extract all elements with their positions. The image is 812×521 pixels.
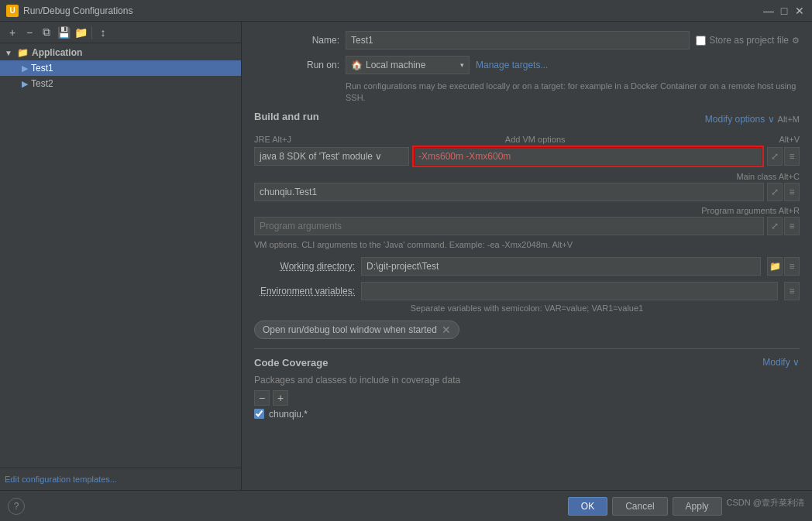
modify-options-link[interactable]: Modify options ∨ xyxy=(705,114,775,125)
manage-targets-link[interactable]: Manage targets... xyxy=(476,60,548,70)
config-tree: ▼ 📁 Application ▶ Test1 ▶ Test2 xyxy=(0,43,241,468)
sort-config-button[interactable]: ↕ xyxy=(95,25,111,40)
home-icon: 🏠 xyxy=(351,60,363,70)
add-config-button[interactable]: + xyxy=(5,25,20,40)
app-icon: U xyxy=(6,5,19,17)
remove-config-button[interactable]: − xyxy=(22,25,37,40)
vm-expand-button[interactable]: ⤢ xyxy=(767,147,783,166)
maximize-button[interactable]: □ xyxy=(778,5,790,17)
vm-options-input[interactable] xyxy=(414,147,762,166)
prog-args-options-button[interactable]: ≡ xyxy=(784,217,800,235)
store-project-label: Store as project file ⚙ xyxy=(696,35,800,46)
working-dir-label: Working directory: xyxy=(254,261,355,272)
coverage-title: Code Coverage xyxy=(254,357,328,368)
coverage-add-button[interactable]: + xyxy=(273,390,288,406)
main-class-hint-row: Main class Alt+C xyxy=(254,172,800,181)
modify-options-group: Modify options ∨ Alt+M xyxy=(705,114,800,125)
add-vm-hint-shortcut: Alt+V xyxy=(779,135,800,144)
copy-config-button[interactable]: ⧉ xyxy=(39,25,54,40)
env-vars-input[interactable] xyxy=(361,282,778,300)
toolbar-separator xyxy=(91,26,92,39)
coverage-checkbox[interactable] xyxy=(254,409,264,419)
jre-hint: JRE Alt+J xyxy=(254,135,291,144)
tree-expand-arrow: ▼ xyxy=(5,49,14,57)
coverage-item: chunqiu.* xyxy=(254,409,800,420)
run-on-description: Run configurations may be executed local… xyxy=(346,81,800,105)
cancel-button[interactable]: Cancel xyxy=(612,497,667,516)
run-on-dropdown[interactable]: 🏠 Local machine ▾ xyxy=(346,56,470,74)
run-on-value: Local machine xyxy=(366,60,425,70)
main-class-options-button[interactable]: ≡ xyxy=(784,183,800,201)
program-args-row: ⤢ ≡ xyxy=(254,217,800,235)
tree-item-test2[interactable]: ▶ Test2 xyxy=(0,76,241,91)
vm-input-buttons: ⤢ ≡ xyxy=(767,147,800,166)
working-dir-row: Working directory: 📁 ≡ xyxy=(254,257,800,276)
config-toolbar: + − ⧉ 💾 📁 ↕ xyxy=(0,22,241,43)
dropdown-arrow-icon: ▾ xyxy=(460,61,464,69)
program-args-hint: Program arguments Alt+R xyxy=(701,206,800,215)
tree-item-label-2: Test2 xyxy=(31,78,53,89)
tree-item-label: Test1 xyxy=(31,63,53,74)
main-layout: + − ⧉ 💾 📁 ↕ ▼ 📁 Application ▶ Test1 ▶ Te… xyxy=(0,22,812,490)
build-run-title: Build and run xyxy=(254,111,319,122)
title-bar-left: U Run/Debug Configurations xyxy=(6,5,132,17)
folder-icon: 📁 xyxy=(17,47,29,58)
close-button[interactable]: ✕ xyxy=(793,5,806,17)
apply-button[interactable]: Apply xyxy=(673,497,722,516)
sdk-dropdown[interactable]: java 8 SDK of 'Test' module ∨ xyxy=(254,147,409,166)
config-icon: ▶ xyxy=(22,63,28,74)
main-class-row: ⤢ ≡ xyxy=(254,183,800,201)
dialog-title: Run/Debug Configurations xyxy=(23,5,132,16)
run-debug-chip: Open run/debug tool window when started … xyxy=(254,320,459,339)
help-button[interactable]: ? xyxy=(8,498,25,515)
env-vars-row: Environment variables: ≡ xyxy=(254,282,800,300)
build-run-top-hints: JRE Alt+J Add VM options Alt+V xyxy=(254,135,800,144)
dialog-buttons: OK Cancel Apply CSDN @壹升菜利清 xyxy=(568,497,804,516)
run-on-label: Run on: xyxy=(254,60,339,70)
sdk-vm-row: java 8 SDK of 'Test' module ∨ ⤢ ≡ xyxy=(254,146,800,167)
run-on-row: Run on: 🏠 Local machine ▾ Manage targets… xyxy=(254,56,800,74)
code-coverage-section: Code Coverage Modify ∨ Packages and clas… xyxy=(254,348,800,420)
vm-options-button[interactable]: ≡ xyxy=(784,147,800,166)
env-vars-label: Environment variables: xyxy=(254,286,355,296)
coverage-modify-link[interactable]: Modify ∨ xyxy=(762,357,800,368)
sdk-value: java 8 SDK of 'Test' module ∨ xyxy=(260,151,382,162)
name-label: Name: xyxy=(254,35,339,46)
coverage-item-label: chunqiu.* xyxy=(269,409,308,420)
tree-group-application[interactable]: ▼ 📁 Application xyxy=(0,45,241,60)
ok-button[interactable]: OK xyxy=(568,497,607,516)
working-dir-input[interactable] xyxy=(361,257,761,276)
title-bar: U Run/Debug Configurations — □ ✕ xyxy=(0,0,812,22)
chip-label: Open run/debug tool window when started xyxy=(263,324,437,335)
wd-var-button[interactable]: ≡ xyxy=(784,257,800,276)
left-panel: + − ⧉ 💾 📁 ↕ ▼ 📁 Application ▶ Test1 ▶ Te… xyxy=(0,22,242,490)
main-class-input[interactable] xyxy=(254,183,764,201)
window-controls[interactable]: — □ ✕ xyxy=(762,5,806,17)
vm-options-wrapper xyxy=(412,146,764,167)
add-vm-hint: Add VM options xyxy=(505,135,566,144)
tree-group-label: Application xyxy=(32,47,82,58)
chip-close-button[interactable]: ✕ xyxy=(442,324,451,336)
main-class-expand-button[interactable]: ⤢ xyxy=(767,183,783,201)
gear-icon[interactable]: ⚙ xyxy=(792,36,800,46)
folder-config-button[interactable]: 📁 xyxy=(73,25,88,40)
minimize-button[interactable]: — xyxy=(762,5,775,17)
store-project-checkbox[interactable] xyxy=(696,36,706,46)
program-args-input[interactable] xyxy=(254,217,764,235)
tree-item-test1[interactable]: ▶ Test1 xyxy=(0,60,241,76)
vm-help-text: VM options. CLI arguments to the 'Java' … xyxy=(254,240,800,249)
coverage-remove-button[interactable]: − xyxy=(254,390,270,406)
main-class-buttons: ⤢ ≡ xyxy=(767,183,800,201)
edit-templates-link[interactable]: Edit configuration templates... xyxy=(0,468,241,490)
wd-buttons: 📁 ≡ xyxy=(767,257,800,276)
run-on-container: 🏠 Local machine ▾ Manage targets... xyxy=(346,56,548,74)
watermark-text: CSDN @壹升菜利清 xyxy=(727,497,804,516)
coverage-header: Code Coverage Modify ∨ xyxy=(254,357,800,368)
prog-args-expand-button[interactable]: ⤢ xyxy=(767,217,783,235)
build-run-header-row: Build and run Modify options ∨ Alt+M xyxy=(254,111,800,129)
wd-browse-button[interactable]: 📁 xyxy=(767,257,783,276)
env-vars-hint: Separate variables with semicolon: VAR=v… xyxy=(254,303,800,313)
save-config-button[interactable]: 💾 xyxy=(56,25,71,40)
name-input[interactable] xyxy=(346,31,690,50)
env-vars-button[interactable]: ≡ xyxy=(784,282,800,300)
